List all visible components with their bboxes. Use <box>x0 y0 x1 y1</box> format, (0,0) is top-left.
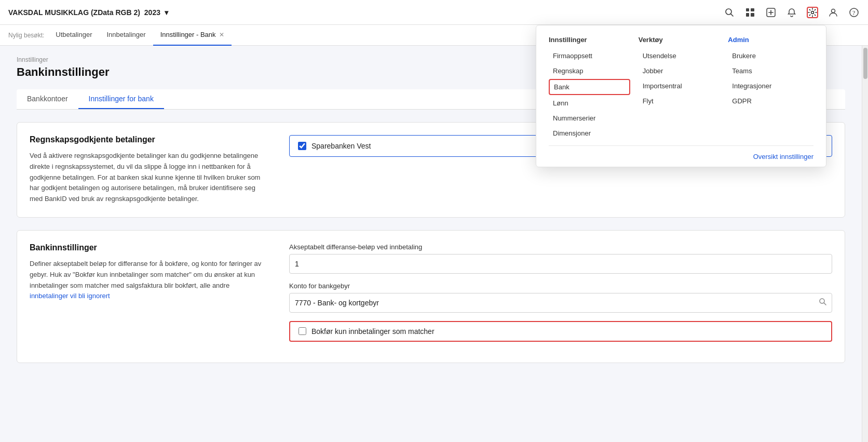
bokfor-checkbox[interactable] <box>299 327 306 335</box>
tab-innbetalinger[interactable]: Innbetalinger <box>99 25 153 46</box>
form-group-bankgebyr: Konto for bankgebyr <box>289 282 832 313</box>
bankgebyr-input-wrapper <box>289 293 832 313</box>
svg-rect-3 <box>751 8 754 11</box>
year-label: 2023 <box>144 8 160 17</box>
field2-label: Konto for bankgebyr <box>289 282 832 290</box>
section2-right: Akseptabelt differanse-beløp ved innbeta… <box>289 243 832 350</box>
bankgebyr-input[interactable] <box>289 293 832 313</box>
scrollbar[interactable] <box>862 46 868 442</box>
dropdown-item-nummerserier[interactable]: Nummerserier <box>549 111 630 125</box>
chevron-icon: ▾ <box>165 8 168 17</box>
col-verktoy-title: Verktøy <box>639 36 720 44</box>
gear-icon[interactable] <box>807 7 818 18</box>
dropdown-columns: Innstillinger Firmaoppsett Regnskap Bank… <box>549 36 813 145</box>
dropdown-item-importsentral[interactable]: Importsentral <box>639 79 720 93</box>
dropdown-item-jobber[interactable]: Jobber <box>639 64 720 78</box>
section1-left: Regnskapsgodkjente betalinger Ved å akti… <box>30 135 268 205</box>
dropdown-item-brukere[interactable]: Brukere <box>728 49 809 63</box>
help-icon[interactable]: ? <box>848 7 860 18</box>
plus-icon[interactable] <box>765 7 777 18</box>
svg-rect-2 <box>746 8 749 11</box>
svg-rect-4 <box>746 13 749 17</box>
dropdown-item-gdpr[interactable]: GDPR <box>728 94 809 108</box>
search-icon[interactable] <box>724 7 735 18</box>
dropdown-col-admin: Admin Brukere Teams Integrasjoner GDPR <box>724 36 813 141</box>
company-selector[interactable]: VAKSDAL MUSIKKLAG (ZData RGB 2) 2023 ▾ <box>8 8 168 17</box>
topbar: VAKSDAL MUSIKKLAG (ZData RGB 2) 2023 ▾ ? <box>0 0 868 25</box>
section1-title: Regnskapsgodkjente betalinger <box>30 135 268 144</box>
form-group-differanse: Akseptabelt differanse-beløp ved innbeta… <box>289 243 832 274</box>
field1-label: Akseptabelt differanse-beløp ved innbeta… <box>289 243 832 251</box>
dropdown-item-bank[interactable]: Bank <box>549 79 630 95</box>
tab-close-icon[interactable]: ✕ <box>219 31 224 38</box>
tab-utbetalinger-label: Utbetalinger <box>56 31 92 38</box>
dropdown-col-verktoy: Verktøy Utsendelse Jobber Importsentral … <box>634 36 724 141</box>
company-name: VAKSDAL MUSIKKLAG (ZData RGB 2) <box>8 8 140 17</box>
svg-line-1 <box>731 14 733 16</box>
bokfor-checkbox-container[interactable]: Bokfør kun innbetalinger som matcher <box>289 321 832 342</box>
section1-desc: Ved å aktivere regnskapsgodkjente betali… <box>30 151 268 205</box>
dropdown-item-flyt[interactable]: Flyt <box>639 94 720 108</box>
bankgebyr-search-icon <box>819 298 827 308</box>
tab-innbetalinger-label: Innbetalinger <box>106 31 145 38</box>
section2-link[interactable]: innbetalinger vil bli ignorert <box>30 292 110 300</box>
section2-left: Bankinnstillinger Definer akseptabelt be… <box>30 243 268 350</box>
svg-text:?: ? <box>852 9 855 17</box>
dropdown-item-lonn[interactable]: Lønn <box>549 96 630 110</box>
svg-point-13 <box>820 299 824 303</box>
differanse-input[interactable] <box>289 254 832 274</box>
col-admin-title: Admin <box>728 36 809 44</box>
svg-point-9 <box>811 11 814 14</box>
dropdown-item-integrasjoner[interactable]: Integrasjoner <box>728 79 809 93</box>
svg-point-10 <box>832 9 835 12</box>
tab-innstillinger-bank-label: Innstillinger - Bank <box>160 31 216 38</box>
svg-line-14 <box>824 303 826 305</box>
svg-rect-5 <box>751 13 754 17</box>
dropdown-item-teams[interactable]: Teams <box>728 64 809 78</box>
settings-dropdown: Innstillinger Firmaoppsett Regnskap Bank… <box>536 25 826 167</box>
topbar-actions: ? <box>724 7 860 18</box>
section2-desc-text: Definer akseptabelt beløp for differanse… <box>30 260 261 300</box>
dropdown-footer: Oversikt innstillinger <box>549 145 813 167</box>
dropdown-col-innstillinger: Innstillinger Firmaoppsett Regnskap Bank… <box>549 36 634 141</box>
section-bankinnstillinger: Bankinnstillinger Definer akseptabelt be… <box>17 230 845 363</box>
tab-innstillinger-bank[interactable]: Innstillinger - Bank ✕ <box>153 25 232 46</box>
form-group-bokfor: Bokfør kun innbetalinger som matcher <box>289 321 832 342</box>
section2-title: Bankinnstillinger <box>30 243 268 252</box>
bell-icon[interactable] <box>786 7 797 18</box>
scrollbar-thumb[interactable] <box>863 48 867 79</box>
inner-tab-innstillinger-bank[interactable]: Innstillinger for bank <box>78 89 164 109</box>
dropdown-item-firmaoppsett[interactable]: Firmaoppsett <box>549 49 630 63</box>
col-innstillinger-title: Innstillinger <box>549 36 630 44</box>
user-icon[interactable] <box>828 7 839 18</box>
tab-utbetalinger[interactable]: Utbetalinger <box>48 25 99 46</box>
bokfor-checkbox-label: Bokfør kun innbetalinger som matcher <box>311 327 435 336</box>
dropdown-item-utsendelse[interactable]: Utsendelse <box>639 49 720 63</box>
sparebanken-vest-checkbox[interactable] <box>298 142 306 150</box>
recently-visited-label: Nylig besøkt: <box>8 32 44 39</box>
inner-tab-bankkontoer[interactable]: Bankkontoer <box>17 89 78 109</box>
grid-icon[interactable] <box>744 7 756 18</box>
dropdown-item-regnskap[interactable]: Regnskap <box>549 64 630 78</box>
sparebanken-vest-label: Sparebanken Vest <box>311 142 371 150</box>
dropdown-item-dimensjoner[interactable]: Dimensjoner <box>549 126 630 140</box>
oversikt-innstillinger-link[interactable]: Oversikt innstillinger <box>753 153 813 160</box>
section2-desc: Definer akseptabelt beløp for differanse… <box>30 259 268 302</box>
